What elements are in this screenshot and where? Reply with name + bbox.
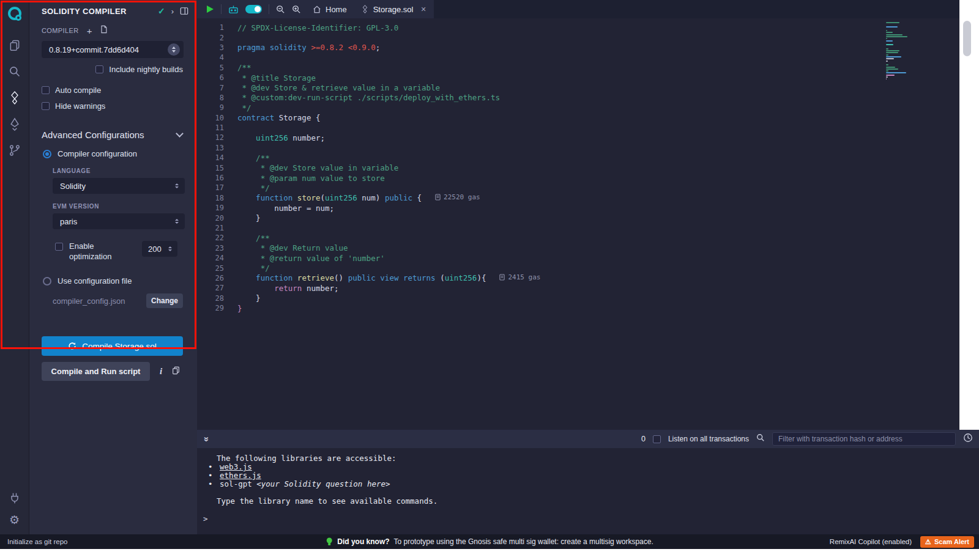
code-line[interactable]: 21 xyxy=(197,223,959,233)
line-number: 1 xyxy=(197,23,224,32)
evm-version-select[interactable]: paris xyxy=(53,213,185,229)
code-line[interactable]: 27 return number; xyxy=(197,283,959,293)
zoom-out-icon[interactable] xyxy=(276,5,285,14)
runs-stepper-icon[interactable] xyxy=(168,246,172,251)
use-config-file-radio[interactable] xyxy=(43,277,51,286)
line-number: 24 xyxy=(197,254,224,262)
tab-storage-sol[interactable]: Storage.sol ✕ xyxy=(354,0,434,18)
gas-estimate-badge[interactable]: 22520 gas xyxy=(435,193,480,201)
compiler-version-select[interactable]: 0.8.19+commit.7dd6d404 xyxy=(42,41,184,58)
terminal-prompt[interactable]: > xyxy=(203,515,979,523)
config-file-row: compiler_config.json Change xyxy=(53,293,183,308)
code-line[interactable]: 29} xyxy=(197,303,959,313)
pending-clock-icon[interactable] xyxy=(963,433,973,445)
plugin-manager-icon[interactable] xyxy=(5,490,24,507)
code-line[interactable]: 2 xyxy=(197,32,959,42)
optimization-runs-input[interactable]: 200 xyxy=(142,241,177,257)
open-file-icon[interactable] xyxy=(100,25,108,36)
copy-icon[interactable] xyxy=(172,366,180,377)
search-icon[interactable] xyxy=(5,63,24,80)
code-line[interactable]: 20 } xyxy=(197,213,959,223)
library-link[interactable]: web3.js xyxy=(220,462,252,471)
info-icon[interactable]: i xyxy=(160,366,162,377)
code-line[interactable]: 8 * @custom:dev-run-script ./scripts/dep… xyxy=(197,93,959,103)
terminal-blank-line xyxy=(203,488,979,497)
code-line[interactable]: 23 * @dev Return value xyxy=(197,243,959,253)
minimap-line xyxy=(886,26,898,28)
copilot-toggle[interactable] xyxy=(245,5,262,13)
code-line[interactable]: 26 function retrieve() public view retur… xyxy=(197,273,959,283)
code-line[interactable]: 5/** xyxy=(197,63,959,73)
solidity-compiler-icon[interactable] xyxy=(5,89,24,106)
add-compiler-icon[interactable]: + xyxy=(87,26,92,35)
code-line[interactable]: 22 /** xyxy=(197,233,959,243)
compiler-label: COMPILER xyxy=(42,27,79,34)
code-line[interactable]: 13 xyxy=(197,143,959,153)
line-number: 10 xyxy=(197,114,224,122)
settings-gear-icon[interactable]: ⚙ xyxy=(9,514,20,526)
minimap-line xyxy=(886,72,906,73)
code-line[interactable]: 1// SPDX-License-Identifier: GPL-3.0 xyxy=(197,23,959,32)
minimap-line xyxy=(886,40,893,42)
code-lines: 1// SPDX-License-Identifier: GPL-3.023pr… xyxy=(197,18,959,313)
auto-compile-checkbox[interactable] xyxy=(42,86,50,94)
minimap-line xyxy=(886,54,888,56)
compiler-configuration-radio[interactable] xyxy=(43,150,51,158)
tab-home[interactable]: Home xyxy=(313,5,347,14)
run-script-play-button[interactable] xyxy=(206,5,214,13)
code-editor[interactable]: 1// SPDX-License-Identifier: GPL-3.023pr… xyxy=(197,18,959,430)
terminal-search-icon[interactable] xyxy=(756,433,765,444)
select-updown-icon xyxy=(175,219,179,224)
change-config-button[interactable]: Change xyxy=(146,293,183,308)
terminal[interactable]: The following libraries are accessible:•… xyxy=(197,448,979,534)
page-scrollbar-thumb[interactable] xyxy=(963,21,971,56)
git-icon[interactable] xyxy=(5,142,24,159)
code-line[interactable]: 28 } xyxy=(197,293,959,303)
library-link[interactable]: ethers.js xyxy=(220,471,261,480)
code-line[interactable]: 16 * @param num value to store xyxy=(197,173,959,183)
enable-optimization-checkbox[interactable] xyxy=(55,243,63,251)
code-line[interactable]: 10contract Storage { xyxy=(197,113,959,123)
advanced-configurations-header[interactable]: Advanced Configurations xyxy=(29,130,197,140)
code-line[interactable]: 17 */ xyxy=(197,183,959,193)
code-line[interactable]: 19 number = num; xyxy=(197,203,959,213)
code-line[interactable]: 9 */ xyxy=(197,103,959,112)
copilot-status[interactable]: RemixAI Copilot (enabled) xyxy=(830,538,912,545)
close-tab-icon[interactable]: ✕ xyxy=(420,6,426,13)
code-line[interactable]: 12 uint256 number; xyxy=(197,133,959,142)
scam-alert-badge[interactable]: ⚠ Scam Alert xyxy=(920,536,974,548)
code-line[interactable]: 4 xyxy=(197,53,959,62)
page-scrollbar-track[interactable] xyxy=(959,0,979,430)
code-line[interactable]: 14 /** xyxy=(197,153,959,163)
minimap[interactable] xyxy=(886,22,925,81)
gas-estimate-badge[interactable]: 2415 gas xyxy=(499,273,540,281)
transaction-filter-input[interactable] xyxy=(772,432,956,446)
minimap-line xyxy=(886,22,899,23)
remix-logo-icon[interactable] xyxy=(6,5,24,26)
ai-copilot-robot-icon[interactable] xyxy=(228,5,239,14)
file-explorer-icon[interactable] xyxy=(5,37,24,54)
compile-button[interactable]: Compile Storage.sol xyxy=(42,336,183,356)
code-line[interactable]: 7 * @dev Store & retrieve value in a var… xyxy=(197,83,959,92)
code-line[interactable]: 18 function store(uint256 num) public {2… xyxy=(197,193,959,203)
code-line[interactable]: 25 */ xyxy=(197,263,959,273)
deploy-run-icon[interactable] xyxy=(5,116,24,133)
hide-warnings-checkbox[interactable] xyxy=(42,102,50,110)
chevron-right-icon[interactable]: › xyxy=(171,7,174,16)
expand-terminal-icon[interactable]: » xyxy=(202,437,212,441)
compile-and-run-button[interactable]: Compile and Run script xyxy=(42,362,150,381)
code-line[interactable]: 6 * @title Storage xyxy=(197,73,959,83)
minimap-line xyxy=(886,56,901,57)
line-number: 26 xyxy=(197,274,224,282)
include-nightly-checkbox[interactable] xyxy=(95,65,103,73)
listen-transactions-checkbox[interactable] xyxy=(653,435,661,443)
code-line[interactable]: 15 * @dev Store value in variable xyxy=(197,163,959,172)
pin-panel-icon[interactable] xyxy=(180,7,188,15)
code-line[interactable]: 3pragma solidity >=0.8.2 <0.9.0; xyxy=(197,43,959,53)
editor-controls: Home xyxy=(197,0,354,18)
language-select[interactable]: Solidity xyxy=(53,178,185,194)
git-init-status[interactable]: Initialize as git repo xyxy=(7,538,67,545)
code-line[interactable]: 24 * @return value of 'number' xyxy=(197,253,959,263)
code-line[interactable]: 11 xyxy=(197,123,959,133)
zoom-in-icon[interactable] xyxy=(292,5,301,14)
